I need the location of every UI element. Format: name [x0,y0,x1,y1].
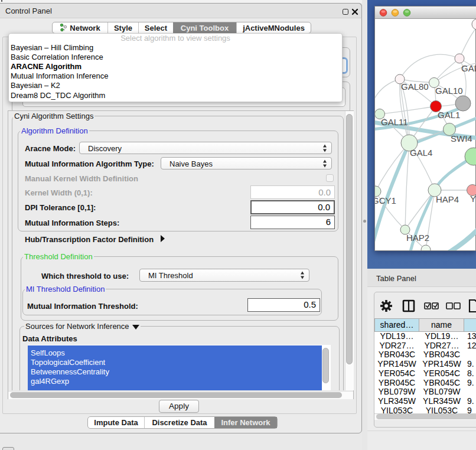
svg-text:GAL11: GAL11 [381,117,408,127]
svg-text:GAL10: GAL10 [435,86,463,96]
svg-text:HAP2: HAP2 [406,233,429,243]
svg-text:HAP4: HAP4 [436,194,459,204]
svg-text:GAL1: GAL1 [438,110,460,120]
svg-text:GCY1: GCY1 [375,195,396,206]
svg-text:SWI4: SWI4 [451,133,472,144]
svg-text:GAL80: GAL80 [401,81,429,92]
svg-text:GAL4: GAL4 [410,148,432,158]
svg-text:YM: YM [470,194,476,204]
svg-text:GAL2: GAL2 [461,63,476,73]
